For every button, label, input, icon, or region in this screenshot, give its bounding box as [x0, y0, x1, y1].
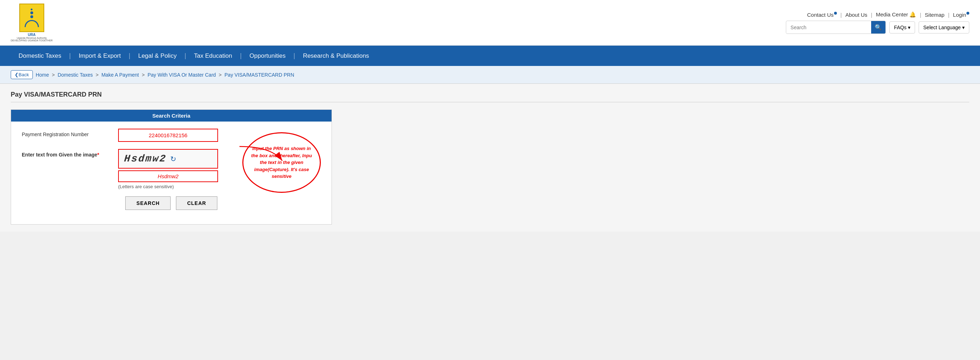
- nav-domestic-taxes[interactable]: Domestic Taxes: [11, 46, 69, 66]
- logo-dot-top: [31, 9, 32, 10]
- captcha-refresh-icon[interactable]: ↻: [170, 155, 176, 163]
- captcha-label: Enter text from Given the image*: [22, 149, 111, 157]
- logo-subtext: Uganda Revenue Authority: [17, 37, 47, 39]
- top-nav: Contact Us | About Us | Media Center 🔔 |…: [807, 11, 969, 18]
- nav-contact[interactable]: Contact Us: [807, 12, 837, 18]
- breadcrumb-domestic-taxes[interactable]: Domestic Taxes: [57, 72, 93, 78]
- logo-dot-mid: [30, 11, 33, 14]
- nav-import-export[interactable]: Import & Export: [71, 46, 129, 66]
- search-submit-button[interactable]: SEARCH: [125, 197, 170, 210]
- captcha-input[interactable]: [118, 170, 218, 182]
- nav-research[interactable]: Research & Publications: [295, 46, 377, 66]
- search-button[interactable]: 🔍: [871, 21, 885, 33]
- logo-box: [19, 3, 44, 32]
- logo-dot-bot: [30, 15, 33, 18]
- back-button[interactable]: ❮Back: [11, 70, 33, 79]
- header-right: Contact Us | About Us | Media Center 🔔 |…: [786, 11, 969, 34]
- logo-text: URA: [28, 33, 36, 37]
- clear-button[interactable]: CLEAR: [176, 197, 217, 210]
- form-body: Payment Registration Number Enter text f…: [11, 122, 331, 224]
- required-mark: *: [97, 152, 99, 157]
- captcha-display-text: Hsdmw2: [124, 153, 167, 164]
- breadcrumb-make-payment[interactable]: Make A Payment: [101, 72, 139, 78]
- logo-arch: [25, 20, 39, 27]
- breadcrumb-pay-visa[interactable]: Pay With VISA Or Master Card: [147, 72, 216, 78]
- nav-legal-policy[interactable]: Legal & Policy: [130, 46, 185, 66]
- search-box: 🔍: [786, 21, 886, 34]
- prn-label: Payment Registration Number: [22, 128, 111, 137]
- breadcrumb-bar: ❮Back Home > Domestic Taxes > Make A Pay…: [0, 66, 980, 84]
- nav-about[interactable]: About Us: [845, 12, 868, 18]
- prn-input[interactable]: [118, 128, 218, 142]
- language-select-button[interactable]: Select Language ▾: [919, 21, 969, 33]
- main-content: Pay VISA/MASTERCARD PRN Search Criteria …: [0, 84, 980, 232]
- logo-area: URA Uganda Revenue Authority DEVELOPING …: [11, 3, 53, 42]
- login-badge: [966, 12, 969, 14]
- nav-opportunities[interactable]: Opportunities: [242, 46, 293, 66]
- header-controls: 🔍 FAQs ▾ Select Language ▾: [786, 21, 969, 34]
- captcha-image: Hsdmw2 ↻: [118, 149, 218, 168]
- annotation-bubble: Input the PRN as shown in the box and th…: [242, 132, 321, 193]
- header: URA Uganda Revenue Authority DEVELOPING …: [0, 0, 980, 46]
- search-input[interactable]: [786, 22, 871, 33]
- logo-tagline: DEVELOPING UGANDA TOGETHER: [11, 39, 53, 42]
- captcha-hint: (Letters are case sensitive): [118, 184, 218, 189]
- form-header: Search Criteria: [11, 110, 331, 122]
- breadcrumb-home[interactable]: Home: [36, 72, 49, 78]
- button-row: SEARCH CLEAR: [22, 197, 321, 217]
- nav-login[interactable]: Login: [953, 12, 969, 18]
- nav-media[interactable]: Media Center 🔔: [876, 11, 916, 18]
- nav-tax-education[interactable]: Tax Education: [186, 46, 240, 66]
- breadcrumb-current: Pay VISA/MASTERCARD PRN: [224, 72, 294, 78]
- form-container: Search Criteria Payment Registration Num…: [11, 109, 332, 225]
- page-title: Pay VISA/MASTERCARD PRN: [11, 91, 969, 102]
- captcha-area: Hsdmw2 ↻ (Letters are case sensitive): [118, 149, 218, 189]
- contact-badge: [834, 12, 837, 14]
- nav-bar: Domestic Taxes | Import & Export | Legal…: [0, 46, 980, 66]
- nav-sitemap[interactable]: Sitemap: [925, 12, 944, 18]
- faqs-button[interactable]: FAQs ▾: [889, 21, 915, 33]
